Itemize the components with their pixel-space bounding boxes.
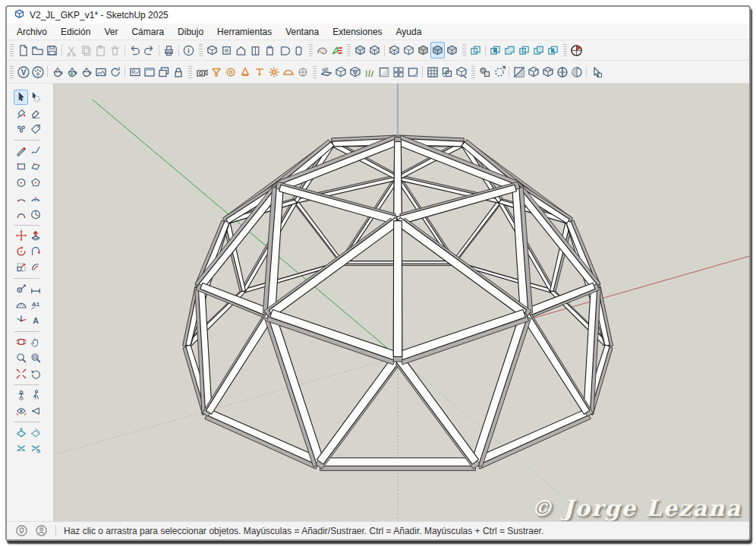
arc-tool-button[interactable] bbox=[14, 191, 28, 206]
model-viewport[interactable]: © Jorge Lezana bbox=[54, 84, 749, 521]
util-pick-button[interactable] bbox=[589, 64, 603, 81]
style-shaded-button[interactable] bbox=[416, 42, 430, 58]
menu-item-dibujo[interactable]: Dibujo bbox=[171, 25, 210, 39]
geodesic-dome-model[interactable] bbox=[183, 135, 613, 470]
zoom-extents-tool-button[interactable] bbox=[14, 366, 28, 381]
arc2-tool-button[interactable] bbox=[28, 191, 43, 206]
viewport-render-button[interactable] bbox=[128, 64, 142, 81]
menu-item-edicion[interactable]: Edición bbox=[54, 25, 97, 39]
viewport-3d-canvas[interactable] bbox=[54, 84, 749, 521]
lasso-tool-button[interactable] bbox=[28, 90, 43, 105]
section-display-tool-button[interactable] bbox=[28, 425, 43, 440]
toolbar-grip[interactable] bbox=[10, 66, 14, 78]
rotate-tool-button[interactable] bbox=[14, 244, 28, 259]
util-dice2-button[interactable] bbox=[540, 64, 555, 81]
toolbar-grip[interactable] bbox=[10, 44, 14, 56]
open-file-button[interactable] bbox=[30, 42, 45, 58]
ext-swirl-button[interactable] bbox=[315, 42, 329, 58]
copy-button[interactable] bbox=[79, 42, 93, 58]
rectangle-tool-button[interactable] bbox=[14, 159, 28, 174]
model-info-button[interactable]: i bbox=[181, 42, 196, 58]
style-textures-button[interactable] bbox=[430, 42, 445, 58]
view-front-button[interactable] bbox=[234, 42, 248, 58]
menu-item-ventana[interactable]: Ventana bbox=[279, 25, 326, 39]
add-location-button[interactable] bbox=[569, 42, 584, 58]
obj-box-button[interactable] bbox=[333, 64, 348, 81]
obj-infinite-plane-button[interactable] bbox=[319, 64, 333, 81]
view-top-button[interactable] bbox=[219, 42, 234, 58]
batch-render-button[interactable] bbox=[156, 64, 171, 81]
style-back-edges-button[interactable] bbox=[367, 42, 382, 58]
asset-editor-button[interactable] bbox=[30, 64, 45, 81]
components-tool-button[interactable] bbox=[14, 122, 28, 137]
util-sphere-half-button[interactable] bbox=[569, 64, 584, 81]
walk-tool-button[interactable] bbox=[28, 387, 43, 403]
paint-tool-button[interactable] bbox=[14, 106, 28, 121]
light-camera-button[interactable] bbox=[194, 64, 209, 81]
sb-credit-button[interactable] bbox=[34, 524, 48, 538]
scale-tool-button[interactable] bbox=[14, 260, 28, 275]
style-hidden-line-button[interactable] bbox=[402, 42, 416, 58]
freehand-tool-button[interactable] bbox=[28, 143, 43, 158]
light-ies-button[interactable] bbox=[252, 64, 266, 81]
light-sphere-button[interactable] bbox=[223, 64, 238, 81]
light-omni-button[interactable] bbox=[266, 64, 281, 81]
undo-button[interactable] bbox=[128, 42, 142, 58]
solid-union-button[interactable] bbox=[502, 42, 517, 58]
select-tool-button[interactable] bbox=[14, 90, 28, 105]
zoom-window-tool-button[interactable] bbox=[28, 350, 43, 365]
solid-shell-button[interactable] bbox=[468, 42, 483, 58]
util-interactive-button[interactable] bbox=[492, 64, 506, 81]
pie-tool-button[interactable] bbox=[28, 207, 43, 222]
view-iso-button[interactable] bbox=[205, 42, 219, 58]
section-fill-tool-button[interactable] bbox=[28, 441, 43, 456]
circle-tool-button[interactable] bbox=[14, 175, 28, 190]
dimensions-tool-button[interactable] bbox=[28, 281, 43, 296]
light-spot-button[interactable] bbox=[238, 64, 252, 81]
save-file-button[interactable] bbox=[45, 42, 59, 58]
menu-item-extensiones[interactable]: Extensiones bbox=[326, 25, 389, 39]
view-left-button[interactable] bbox=[277, 42, 291, 58]
offset-tool-button[interactable] bbox=[28, 260, 43, 275]
view-bottom-button[interactable] bbox=[291, 42, 306, 58]
eraser-tool-button[interactable] bbox=[28, 106, 43, 121]
light-dome-button[interactable] bbox=[281, 64, 295, 81]
text-tool-button[interactable]: A1 bbox=[28, 297, 43, 312]
solid-trim-button[interactable] bbox=[531, 42, 546, 58]
toolbar-grip[interactable] bbox=[313, 66, 317, 78]
vray-lock-button[interactable] bbox=[171, 64, 185, 81]
toolbar-grip[interactable] bbox=[188, 66, 192, 78]
refresh-button[interactable] bbox=[108, 64, 122, 81]
orbit-tool-button[interactable] bbox=[14, 334, 28, 349]
util-dice1-button[interactable] bbox=[526, 64, 540, 81]
arc3-tool-button[interactable] bbox=[14, 207, 28, 222]
style-wireframe-button[interactable] bbox=[387, 42, 402, 58]
toolbar-grip[interactable] bbox=[471, 66, 475, 78]
sb-geo-button[interactable] bbox=[14, 524, 28, 538]
menu-item-archivo[interactable]: Archivo bbox=[10, 25, 54, 39]
obj-swap-button[interactable] bbox=[439, 64, 454, 81]
rotated-rectangle-tool-button[interactable] bbox=[28, 159, 43, 174]
push-pull-tool-button[interactable] bbox=[28, 228, 43, 243]
style-xray-button[interactable] bbox=[353, 42, 367, 58]
zoom-tool-button[interactable] bbox=[14, 350, 28, 365]
field-of-view-tool-button[interactable] bbox=[28, 403, 43, 419]
paste-button[interactable] bbox=[93, 42, 108, 58]
protractor-tool-button[interactable] bbox=[14, 297, 28, 312]
tag-tool-button[interactable] bbox=[28, 122, 43, 137]
move-tool-button[interactable] bbox=[14, 228, 28, 243]
3d-text-tool-button[interactable]: A bbox=[28, 313, 43, 328]
render-play-button[interactable] bbox=[65, 64, 79, 81]
light-mesh-button[interactable] bbox=[295, 64, 310, 81]
toolbar-grip[interactable] bbox=[563, 44, 567, 56]
solid-subtract-button[interactable] bbox=[517, 42, 531, 58]
polygon-tool-button[interactable] bbox=[28, 175, 43, 190]
toolbar-grip[interactable] bbox=[347, 44, 351, 56]
solid-intersect-button[interactable] bbox=[488, 42, 502, 58]
toolbar-grip[interactable] bbox=[309, 44, 313, 56]
menu-item-ayuda[interactable]: Ayuda bbox=[389, 25, 429, 39]
obj-tiles-button[interactable] bbox=[391, 64, 405, 81]
frame-image-button[interactable] bbox=[93, 64, 108, 81]
view-right-button[interactable] bbox=[248, 42, 263, 58]
redo-button[interactable] bbox=[142, 42, 156, 58]
